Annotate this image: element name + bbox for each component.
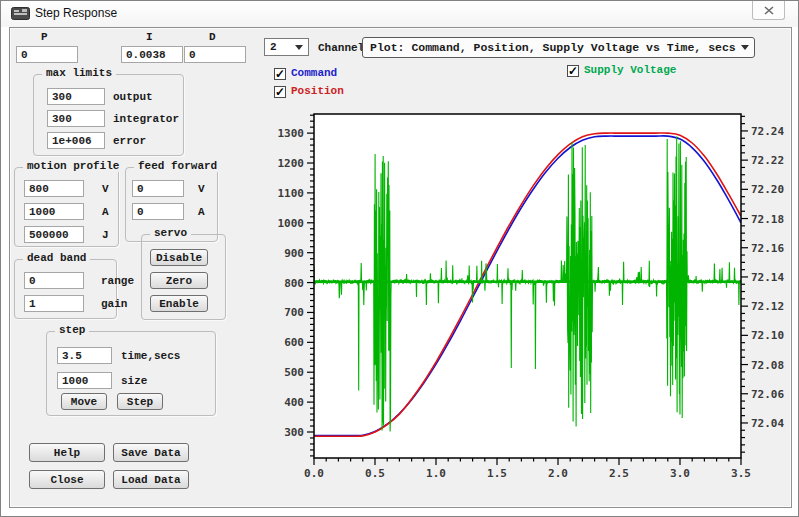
svg-text:2.0: 2.0 xyxy=(548,467,568,480)
chevron-down-icon xyxy=(295,45,303,50)
close-icon xyxy=(764,6,774,15)
plot-mode-select[interactable]: Plot: Command, Position, Supply Voltage … xyxy=(362,37,755,58)
step-size-label: size xyxy=(121,375,147,387)
window-close-button[interactable] xyxy=(752,1,785,20)
move-button[interactable]: Move xyxy=(61,393,107,410)
deadband-range-field[interactable] xyxy=(24,272,84,289)
error-limit-field[interactable] xyxy=(47,132,105,149)
svg-text:72.24: 72.24 xyxy=(751,125,784,138)
window-title: Step Response xyxy=(35,6,117,20)
i-field[interactable] xyxy=(121,46,183,63)
channel-value: 2 xyxy=(265,41,295,53)
svg-text:72.06: 72.06 xyxy=(751,388,784,401)
supply-voltage-checkbox-label: Supply Voltage xyxy=(584,64,676,76)
app-icon xyxy=(11,6,30,21)
position-checkbox-label: Position xyxy=(291,85,344,97)
svg-text:3.5: 3.5 xyxy=(731,467,751,480)
position-checkbox[interactable]: ✓ xyxy=(274,86,286,98)
enable-button[interactable]: Enable xyxy=(150,295,208,312)
profile-jerk-label: J xyxy=(102,229,109,241)
dead-band-legend: dead band xyxy=(23,252,90,264)
chart-svg: 0.00.51.01.52.02.53.03.53004005006007008… xyxy=(278,102,785,488)
ff-velocity-label: V xyxy=(198,183,205,195)
profile-jerk-field[interactable] xyxy=(24,226,84,243)
svg-text:400: 400 xyxy=(284,396,304,409)
svg-text:0.0: 0.0 xyxy=(304,467,324,480)
profile-velocity-label: V xyxy=(102,183,109,195)
supply-voltage-checkbox[interactable]: ✓ xyxy=(567,65,579,77)
d-label: D xyxy=(209,31,216,43)
deadband-range-label: range xyxy=(101,275,134,287)
channel-label: Channel xyxy=(318,42,364,54)
channel-select[interactable]: 2 xyxy=(264,38,309,56)
load-data-button[interactable]: Load Data xyxy=(113,470,189,489)
svg-text:72.12: 72.12 xyxy=(751,300,784,313)
svg-text:2.5: 2.5 xyxy=(609,467,629,480)
svg-text:72.18: 72.18 xyxy=(751,213,784,226)
svg-text:900: 900 xyxy=(284,247,304,260)
svg-text:72.20: 72.20 xyxy=(751,183,784,196)
svg-text:1300: 1300 xyxy=(278,127,304,140)
integrator-limit-field[interactable] xyxy=(47,110,105,127)
svg-text:700: 700 xyxy=(284,306,304,319)
d-field[interactable] xyxy=(184,46,246,63)
error-limit-label: error xyxy=(113,135,146,147)
servo-legend: servo xyxy=(150,227,191,239)
svg-text:72.10: 72.10 xyxy=(751,329,784,342)
zero-button[interactable]: Zero xyxy=(150,272,208,289)
svg-text:3.0: 3.0 xyxy=(670,467,690,480)
svg-text:1000: 1000 xyxy=(278,217,304,230)
p-label: P xyxy=(41,31,48,43)
profile-velocity-field[interactable] xyxy=(24,180,84,197)
feed-forward-legend: feed forward xyxy=(134,160,221,172)
plot-mode-value: Plot: Command, Position, Supply Voltage … xyxy=(363,41,741,54)
svg-text:72.22: 72.22 xyxy=(751,154,784,167)
svg-text:72.14: 72.14 xyxy=(751,271,784,284)
step-response-window: Step Response P I D 2 Channel Plot: Comm… xyxy=(0,0,799,517)
ff-accel-label: A xyxy=(198,206,205,218)
title-bar: Step Response xyxy=(1,1,798,27)
svg-text:1100: 1100 xyxy=(278,187,304,200)
integrator-limit-label: integrator xyxy=(113,113,179,125)
max-limits-legend: max limits xyxy=(42,67,116,79)
svg-text:600: 600 xyxy=(284,336,304,349)
svg-text:1200: 1200 xyxy=(278,157,304,170)
p-field[interactable] xyxy=(16,46,78,63)
svg-text:72.08: 72.08 xyxy=(751,359,784,372)
svg-text:0.5: 0.5 xyxy=(365,467,385,480)
chevron-down-icon xyxy=(741,45,749,50)
step-time-label: time,secs xyxy=(121,350,180,362)
profile-accel-label: A xyxy=(102,206,109,218)
command-checkbox-label: Command xyxy=(291,67,337,79)
step-size-field[interactable] xyxy=(57,372,112,389)
step-time-field[interactable] xyxy=(57,347,112,364)
ff-velocity-field[interactable] xyxy=(132,180,184,197)
step-button[interactable]: Step xyxy=(117,393,163,410)
svg-text:72.16: 72.16 xyxy=(751,242,784,255)
svg-text:1.0: 1.0 xyxy=(426,467,446,480)
command-checkbox[interactable]: ✓ xyxy=(274,68,286,80)
profile-accel-field[interactable] xyxy=(24,203,84,220)
disable-button[interactable]: Disable xyxy=(150,249,208,266)
ff-accel-field[interactable] xyxy=(132,203,184,220)
deadband-gain-label: gain xyxy=(101,298,127,310)
svg-text:500: 500 xyxy=(284,366,304,379)
svg-text:1.5: 1.5 xyxy=(487,467,507,480)
svg-text:300: 300 xyxy=(284,426,304,439)
deadband-gain-field[interactable] xyxy=(24,295,84,312)
save-data-button[interactable]: Save Data xyxy=(113,443,189,462)
step-legend: step xyxy=(55,324,89,336)
help-button[interactable]: Help xyxy=(29,443,105,462)
close-button[interactable]: Close xyxy=(29,470,105,489)
output-limit-label: output xyxy=(113,91,153,103)
svg-text:72.04: 72.04 xyxy=(751,417,784,430)
output-limit-field[interactable] xyxy=(47,88,105,105)
i-label: I xyxy=(146,31,153,43)
svg-text:800: 800 xyxy=(284,277,304,290)
motion-profile-legend: motion profile xyxy=(23,160,123,172)
step-response-chart: 0.00.51.01.52.02.53.03.53004005006007008… xyxy=(278,102,785,488)
